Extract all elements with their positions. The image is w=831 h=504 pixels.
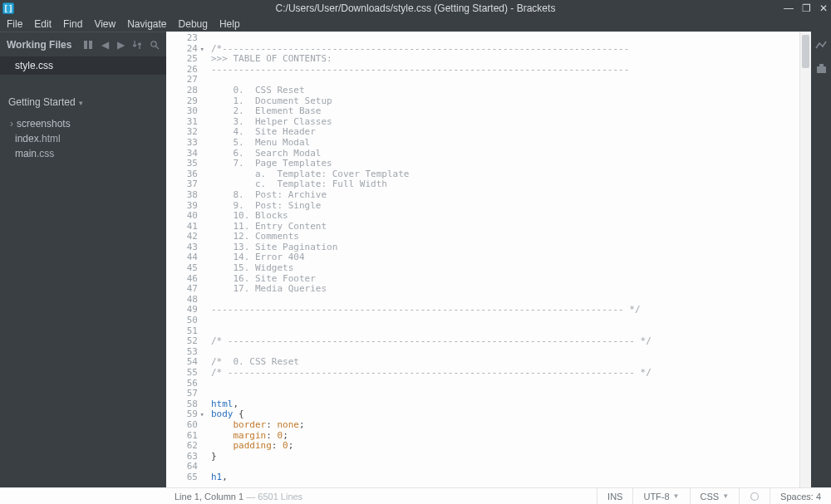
menu-file[interactable]: File [7,18,22,30]
nav-forward-icon[interactable]: ▶ [117,39,125,51]
menu-view[interactable]: View [94,18,116,30]
close-button[interactable]: ✕ [819,2,828,14]
working-files-label: Working Files [7,39,71,51]
sort-icon[interactable] [133,40,141,50]
file-tree: screenshots index.html main.css [0,116,166,161]
scrollbar-vertical[interactable] [799,32,811,487]
svg-point-2 [151,41,156,46]
svg-rect-4 [817,66,826,73]
project-dropdown[interactable]: Getting Started▾ [0,93,166,111]
working-files-header: Working Files ◀ ▶ [0,32,166,56]
minimize-button[interactable]: — [784,2,794,14]
title-bar: [ ] C:/Users/User/Downloads/style.css (G… [0,0,831,17]
status-bar: Line 1, Column 1 — 6501 Lines INS UTF-8▼… [0,487,831,504]
live-preview-icon[interactable] [815,40,827,51]
encoding-selector[interactable]: UTF-8▼ [632,488,689,504]
code-area[interactable]: /*--------------------------------------… [206,32,799,487]
svg-rect-0 [84,41,87,49]
lint-status-icon[interactable] [739,488,770,504]
indent-selector[interactable]: Spaces: 4 [770,488,831,504]
cursor-position[interactable]: Line 1, Column 1 [175,492,243,502]
svg-rect-5 [819,64,824,66]
chevron-down-icon: ▾ [79,99,83,107]
menu-find[interactable]: Find [63,18,82,30]
scrollbar-thumb[interactable] [802,35,809,68]
line-count: 6501 Lines [258,492,302,502]
split-view-icon[interactable] [83,40,93,50]
working-file-item[interactable]: style.css [0,56,166,75]
menu-help[interactable]: Help [219,18,240,30]
maximize-button[interactable]: ❐ [802,2,811,14]
svg-rect-1 [89,41,92,49]
window-title: C:/Users/User/Downloads/style.css (Getti… [0,2,831,14]
menu-bar: File Edit Find View Navigate Debug Help [0,17,831,32]
tree-file[interactable]: main.css [0,146,166,161]
menu-debug[interactable]: Debug [179,18,208,30]
insert-mode[interactable]: INS [597,488,632,504]
tree-file[interactable]: index.html [0,131,166,146]
menu-edit[interactable]: Edit [34,18,52,30]
working-files-list: style.css [0,56,166,75]
extensions-icon[interactable] [816,63,827,74]
menu-navigate[interactable]: Navigate [127,18,166,30]
sidebar: Working Files ◀ ▶ style.css Getting Star… [0,32,166,487]
search-icon[interactable] [150,40,160,50]
tree-folder[interactable]: screenshots [0,116,166,131]
editor[interactable]: 2324▾25262728293031323334353637383940414… [166,32,811,487]
right-toolbar [811,32,831,487]
svg-point-6 [751,492,759,500]
language-selector[interactable]: CSS▼ [690,488,740,504]
svg-line-3 [156,46,160,49]
nav-back-icon[interactable]: ◀ [101,39,109,51]
line-number-gutter: 2324▾25262728293031323334353637383940414… [166,32,206,487]
